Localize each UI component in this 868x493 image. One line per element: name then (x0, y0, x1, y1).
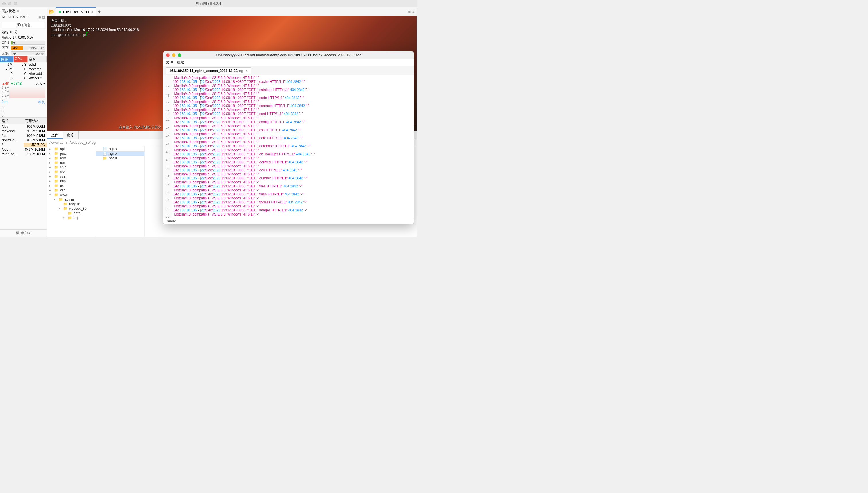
network-chart (9, 86, 45, 98)
file-item[interactable]: 📄nginx (96, 147, 144, 151)
close-icon[interactable] (2, 2, 6, 5)
arrow-up-icon: ▲ (2, 82, 5, 86)
folder-item[interactable]: ▸📁usr (47, 184, 96, 188)
folder-item[interactable]: ▸📁root (47, 156, 96, 160)
disk-row[interactable]: /boot843M/1014M (0, 147, 47, 152)
tab-bar: 📂 1 161.189.159.11 × + ▦ ≡ (47, 7, 417, 16)
process-table: 内存 CPU 命令 6M0.3sshd6.5M0systemd00kthread… (0, 56, 47, 81)
editor-minimize-icon[interactable] (172, 53, 175, 57)
editor-close-icon[interactable] (166, 53, 170, 57)
folder-icon: 📁 (68, 216, 72, 220)
log-line: 192.168.10.135 - [22/Dec/2023:19:06:18 +… (173, 88, 412, 92)
folder-item[interactable]: ▸📁srv (47, 170, 96, 174)
chevron-down-icon[interactable]: ▾ (43, 82, 45, 86)
copy-button[interactable]: 复制 (38, 15, 45, 20)
window-title: FinalShell 4.2.4 (195, 1, 221, 6)
log-line: 192.168.10.135 - [22/Dec/2023:19:06:18 +… (173, 104, 412, 108)
grid-icon[interactable]: ▦ (408, 10, 411, 14)
folder-item[interactable]: ▾📁websec_80 (47, 206, 96, 211)
file-column-1: ▸📁opt▸📁proc▸📁root▸📁run▸📁sbin▸📁srv▸📁sys▸📁… (47, 146, 96, 237)
folder-icon: 📁 (54, 188, 58, 192)
folder-item[interactable]: ▸📁sys (47, 174, 96, 179)
file-icon: 📄 (103, 147, 107, 151)
editor-content[interactable]: 4041424344454647484950515253545556 "Mozi… (163, 75, 414, 218)
log-line: 192.168.10.135 - [22/Dec/2023:19:06:18 +… (173, 144, 412, 148)
minimize-icon[interactable] (8, 2, 12, 5)
folder-icon: 📁 (54, 165, 58, 169)
folder-item[interactable]: ▸📁tmp (47, 179, 96, 184)
folder-item[interactable]: ▾📁log (47, 215, 96, 220)
disk-row[interactable]: /run/use...183M/183M (0, 152, 47, 156)
file-column-2: 📄nginx📄nginx📁hackl (96, 146, 145, 237)
disk-row[interactable]: /sys/fs/c...918M/918M (0, 138, 47, 143)
activate-button[interactable]: 激活/升级 (0, 229, 47, 237)
folder-item[interactable]: 📁recycle (47, 202, 96, 206)
log-line: 192.168.10.135 - [22/Dec/2023:19:06:18 +… (173, 184, 412, 188)
disk-table: 路径 可用/大小 /dev906M/906M/dev/shm918M/918M/… (0, 117, 47, 156)
process-row[interactable]: 00kthreadd (0, 71, 47, 76)
folder-item[interactable]: ▸📁opt (47, 147, 96, 151)
log-line: 192.168.10.135 - [22/Dec/2023:19:06:18 +… (173, 96, 412, 100)
main-titlebar: FinalShell 4.2.4 (0, 0, 417, 7)
mem-bar: 34% 619M/1.8G (11, 46, 45, 50)
load-label: 负载 0.17, 0.08, 0.07 (2, 35, 34, 40)
editor-tab[interactable]: 161.189.159.11_nginx_access_2023-12-22.l… (166, 67, 251, 74)
folder-icon: 📁 (54, 174, 58, 178)
system-info-button[interactable]: 系统信息 (2, 22, 45, 28)
file-item[interactable]: 📄nginx (96, 151, 144, 156)
add-tab-button[interactable]: + (96, 7, 103, 16)
ip-address: 161.189.159.11 (6, 15, 29, 19)
tab-connection[interactable]: 1 161.189.159.11 × (56, 7, 96, 16)
sidebar: 同步状态 IP 161.189.159.11 复制 系统信息 运行 13 分 负… (0, 7, 47, 237)
menu-search[interactable]: 搜索 (177, 60, 184, 65)
process-row[interactable]: 6M0.3sshd (0, 62, 47, 67)
folder-icon: 📁 (54, 147, 58, 151)
command-input-hint[interactable]: 命令输入 (按ALT键提示历史 (119, 125, 161, 130)
folder-icon: 📁 (54, 184, 58, 188)
terminal-line: [root@ip-10-0-10-1 ~]# (50, 32, 413, 37)
terminal-line: 连接主机成功 (50, 23, 413, 27)
disk-row[interactable]: /dev/shm918M/918M (0, 129, 47, 133)
folder-item[interactable]: ▾📁www (47, 193, 96, 197)
disk-row[interactable]: /run909M/918M (0, 133, 47, 138)
editor-title: /Users/y2lyy2xl/Library/FinalShell/temp/… (216, 53, 362, 57)
editor-status: Ready (163, 218, 414, 224)
menu-file[interactable]: 文件 (166, 60, 173, 65)
tab-commands[interactable]: 命令 (63, 131, 79, 139)
log-line: 192.168.10.135 - [22/Dec/2023:19:06:18 +… (173, 160, 412, 164)
disk-row[interactable]: /dev906M/906M (0, 124, 47, 129)
tab-files[interactable]: 文件 (47, 131, 63, 139)
log-line: 192.168.10.135 - [22/Dec/2023:19:06:18 +… (173, 192, 412, 196)
folder-icon: 📁 (63, 202, 67, 206)
log-line: 192.168.10.135 - [22/Dec/2023:19:06:18 +… (173, 128, 412, 132)
folder-item[interactable]: ▸📁run (47, 160, 96, 165)
status-dot-icon (59, 11, 61, 13)
folder-icon: 📁 (63, 207, 67, 211)
folder-icon: 📁 (54, 161, 58, 165)
log-line: 192.168.10.135 - [22/Dec/2023:19:06:18 +… (173, 176, 412, 180)
arrow-down-icon: ▼ (10, 82, 14, 86)
cpu-bar: 5% (11, 41, 45, 45)
folder-item[interactable]: ▸📁sbin (47, 165, 96, 170)
folder-item[interactable]: ▾📁admin (47, 197, 96, 202)
folder-open-icon[interactable]: 📂 (47, 7, 56, 16)
folder-item[interactable]: 📁hackl (96, 156, 144, 160)
folder-icon: 📁 (54, 156, 58, 160)
process-row[interactable]: 6.5M0systemd (0, 67, 47, 71)
process-row[interactable]: 00kworker/. (0, 76, 47, 81)
disk-row[interactable]: /1.5G/6.2G (0, 143, 47, 147)
terminal-line: 连接主机... (50, 18, 413, 23)
folder-item[interactable]: 📁data (47, 211, 96, 215)
log-line: 192.168.10.135 - [22/Dec/2023:19:06:18 +… (173, 168, 412, 172)
log-line: 192.168.10.135 - [22/Dec/2023:19:06:18 +… (173, 208, 412, 212)
close-tab-icon[interactable]: × (91, 10, 93, 14)
folder-item[interactable]: ▸📁proc (47, 151, 96, 156)
editor-zoom-icon[interactable] (178, 53, 181, 57)
zoom-icon[interactable] (14, 2, 17, 5)
folder-item[interactable]: ▸📁var (47, 188, 96, 193)
list-icon[interactable]: ≡ (412, 10, 415, 14)
close-icon[interactable]: × (246, 69, 248, 73)
log-line: 192.168.10.135 - [22/Dec/2023:19:06:18 +… (173, 120, 412, 124)
log-line: 192.168.10.135 - [22/Dec/2023:19:06:18 +… (173, 80, 412, 84)
folder-icon: 📁 (54, 179, 58, 183)
